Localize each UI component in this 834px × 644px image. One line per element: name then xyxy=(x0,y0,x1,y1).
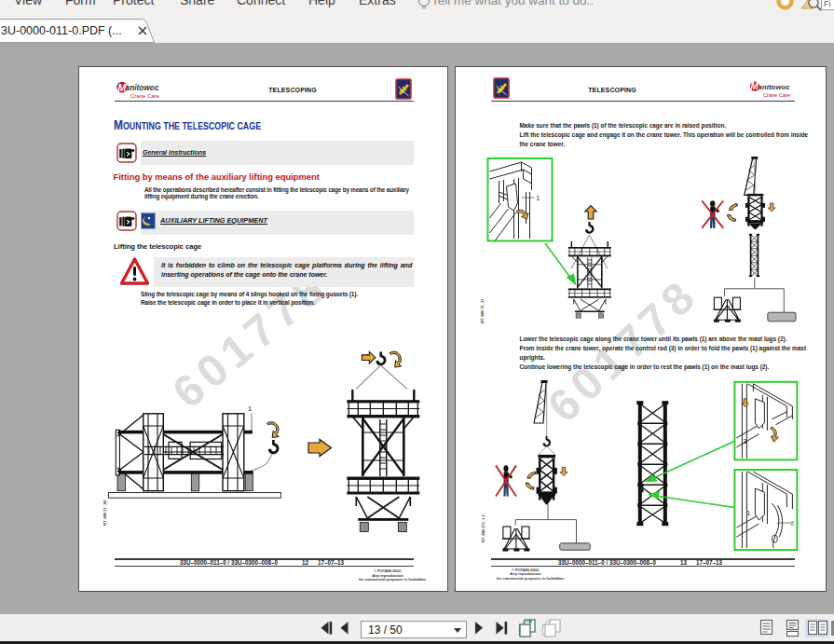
svg-text:3: 3 xyxy=(743,438,746,445)
svg-text:1: 1 xyxy=(248,404,252,413)
svg-text:2: 2 xyxy=(790,520,794,527)
svg-text:1: 1 xyxy=(746,510,750,516)
svg-text:1: 1 xyxy=(537,195,540,201)
